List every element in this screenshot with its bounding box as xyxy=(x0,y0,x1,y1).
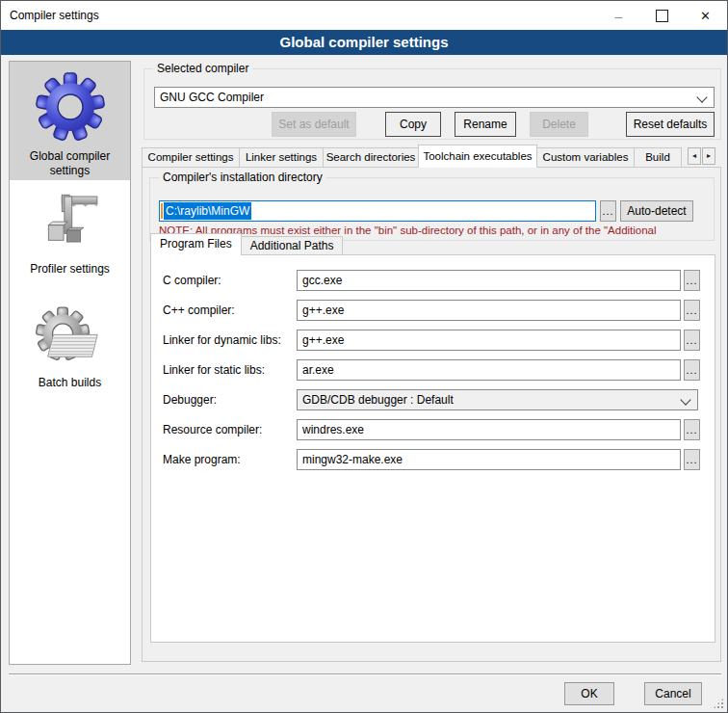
linker-for-dynamic-libs-label: Linker for dynamic libs: xyxy=(163,330,281,351)
titlebar: Compiler settings – ✕ xyxy=(1,1,727,30)
debugger-select-value: GDB/CDB debugger : Default xyxy=(302,393,454,407)
cancel-button[interactable]: Cancel xyxy=(644,682,702,705)
resource-compiler-label: Resource compiler: xyxy=(163,419,262,440)
resource-compiler-browse-button[interactable]: ... xyxy=(684,419,700,440)
ok-button[interactable]: OK xyxy=(564,682,614,705)
resource-compiler-input[interactable]: windres.exe xyxy=(297,419,681,440)
program-files-panel: C compiler:gcc.exe...C++ compiler:g++.ex… xyxy=(150,254,715,643)
debugger-select[interactable]: GDB/CDB debugger : Default xyxy=(297,389,698,410)
delete-button: Delete xyxy=(530,112,588,137)
c-compiler-input[interactable]: gcc.exe xyxy=(297,270,681,291)
minimize-button[interactable]: – xyxy=(597,1,640,30)
compiler-select[interactable]: GNU GCC Compiler xyxy=(154,87,715,108)
tab-toolchain-executables[interactable]: Toolchain executables xyxy=(418,145,537,168)
selected-compiler-group-label: Selected compiler xyxy=(153,62,252,75)
blue-gear-icon xyxy=(35,132,106,145)
c-compiler-label: C compiler: xyxy=(163,270,221,291)
footer-divider xyxy=(9,673,721,675)
selected-compiler-group: Selected compiler GNU GCC Compiler Set a… xyxy=(143,68,721,140)
installation-directory-group-label: Compiler's installation directory xyxy=(159,171,326,184)
set-as-default-button: Set as default xyxy=(272,112,356,137)
rename-button[interactable]: Rename xyxy=(455,112,516,137)
installation-directory-value: C:\raylib\MinGW xyxy=(164,202,251,220)
debugger-label: Debugger: xyxy=(163,389,217,410)
sidebar-item-profiler-settings[interactable]: Profiler settings xyxy=(10,180,130,277)
reset-defaults-button[interactable]: Reset defaults xyxy=(626,112,715,137)
sidebar-item-batch-builds[interactable]: Batch builds xyxy=(10,305,130,390)
dialog-header-title: Global compiler settings xyxy=(1,30,727,55)
tab-custom-variables[interactable]: Custom variables xyxy=(536,147,635,168)
tab-search-directories[interactable]: Search directories xyxy=(323,147,419,168)
sidebar-item-label: Global compiler settings xyxy=(10,149,130,178)
tab-compiler-settings[interactable]: Compiler settings xyxy=(142,147,240,168)
subtab-program-files[interactable]: Program Files xyxy=(150,233,242,255)
linker-for-dynamic-libs-input[interactable]: g++.exe xyxy=(297,330,681,351)
auto-detect-button[interactable]: Auto-detect xyxy=(620,200,693,222)
c++-compiler-browse-button[interactable]: ... xyxy=(684,300,700,321)
installation-directory-input[interactable]: C:\raylib\MinGW xyxy=(159,200,596,222)
tab-scroll-right-button[interactable]: ▸ xyxy=(702,147,715,165)
linker-for-static-libs-input[interactable]: ar.exe xyxy=(297,359,681,381)
compiler-select-value: GNU GCC Compiler xyxy=(160,91,264,104)
gray-gear-stack-icon xyxy=(35,358,106,372)
tab-build[interactable]: Build xyxy=(634,147,682,168)
settings-tabs: Compiler settingsLinker settingsSearch d… xyxy=(142,145,687,168)
close-button[interactable]: ✕ xyxy=(684,1,727,30)
maximize-button[interactable] xyxy=(640,1,684,30)
sidebar-item-label: Batch builds xyxy=(10,376,130,390)
c++-compiler-input[interactable]: g++.exe xyxy=(297,300,681,321)
c++-compiler-label: C++ compiler: xyxy=(163,300,235,321)
tab-scroll-left-button[interactable]: ◂ xyxy=(688,147,701,165)
caliper-icon xyxy=(37,245,104,258)
linker-for-static-libs-label: Linker for static libs: xyxy=(163,359,265,381)
make-program-input[interactable]: mingw32-make.exe xyxy=(297,449,681,470)
minimize-icon: – xyxy=(615,9,623,24)
copy-button[interactable]: Copy xyxy=(385,112,441,137)
browse-directory-button[interactable]: ... xyxy=(600,200,616,222)
program-tabs: Program FilesAdditional Paths xyxy=(150,233,343,255)
sidebar-item-global-compiler-settings[interactable]: Global compiler settings xyxy=(10,62,130,180)
resize-grip[interactable] xyxy=(713,698,724,709)
make-program-label: Make program: xyxy=(163,449,241,470)
c-compiler-browse-button[interactable]: ... xyxy=(684,270,700,291)
text-caret xyxy=(161,203,163,219)
subtab-additional-paths[interactable]: Additional Paths xyxy=(241,236,344,255)
toolchain-executables-page: Compiler's installation directory C:\ray… xyxy=(142,167,721,662)
sidebar-item-label: Profiler settings xyxy=(10,262,130,277)
window-title: Compiler settings xyxy=(10,1,99,30)
linker-for-static-libs-browse-button[interactable]: ... xyxy=(684,359,700,381)
compiler-settings-dialog: Compiler settings – ✕ Global compiler se… xyxy=(0,0,728,713)
installation-directory-group: Compiler's installation directory C:\ray… xyxy=(149,177,715,241)
make-program-browse-button[interactable]: ... xyxy=(684,449,700,470)
chevron-down-icon xyxy=(680,394,690,405)
chevron-down-icon xyxy=(696,92,707,102)
settings-category-list: Global compiler settings Profiler settin… xyxy=(9,61,131,665)
close-icon: ✕ xyxy=(700,9,711,23)
tab-linker-settings[interactable]: Linker settings xyxy=(239,147,324,168)
linker-for-dynamic-libs-browse-button[interactable]: ... xyxy=(684,330,700,351)
maximize-icon xyxy=(656,10,668,22)
